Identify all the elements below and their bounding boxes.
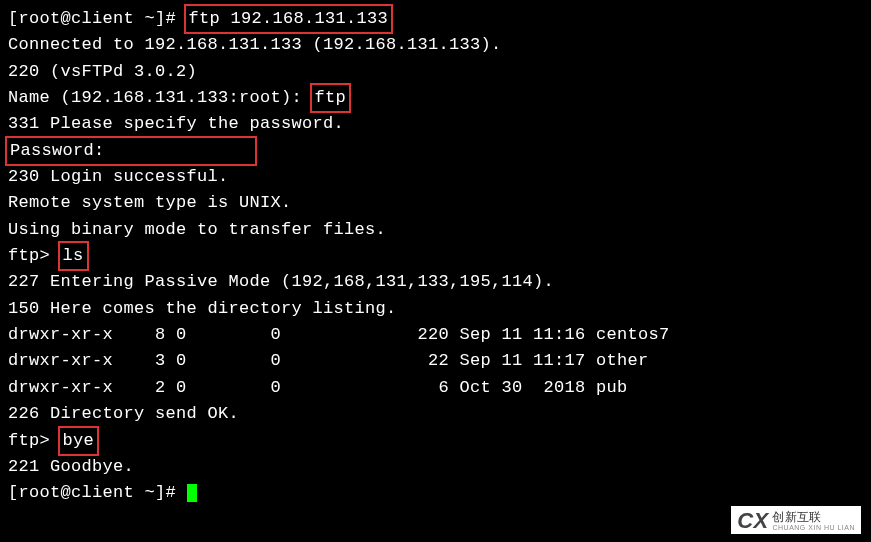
watermark-logo-icon: CX <box>737 510 768 532</box>
terminal-line: ftp> ls <box>8 243 863 269</box>
terminal-line: Password: <box>8 138 863 164</box>
password-prompt: Password: <box>5 136 257 166</box>
watermark-text: 创新互联 CHUANG XIN HU LIAN <box>772 511 855 532</box>
terminal-line: Remote system type is UNIX. <box>8 190 863 216</box>
terminal-line: [root@client ~]# <box>8 480 863 506</box>
terminal-line: 227 Entering Passive Mode (192,168,131,1… <box>8 269 863 295</box>
terminal-line: Connected to 192.168.131.133 (192.168.13… <box>8 32 863 58</box>
terminal-line: Using binary mode to transfer files. <box>8 217 863 243</box>
command-bye: bye <box>58 426 100 456</box>
watermark-pinyin: CHUANG XIN HU LIAN <box>772 524 855 532</box>
dir-listing-row: drwxr-xr-x 8 0 0 220 Sep 11 11:16 centos… <box>8 322 863 348</box>
shell-prompt: [root@client ~]# <box>8 9 187 28</box>
name-prompt: Name (192.168.131.133:root): <box>8 88 313 107</box>
ftp-prompt: ftp> <box>8 431 61 450</box>
dir-listing-row: drwxr-xr-x 3 0 0 22 Sep 11 11:17 other <box>8 348 863 374</box>
shell-prompt: [root@client ~]# <box>8 483 187 502</box>
command-ftp: ftp 192.168.131.133 <box>184 4 394 34</box>
terminal-line: 331 Please specify the password. <box>8 111 863 137</box>
command-ls: ls <box>58 241 89 271</box>
cursor-icon <box>187 484 197 502</box>
terminal-line: 220 (vsFTPd 3.0.2) <box>8 59 863 85</box>
terminal-line: 221 Goodbye. <box>8 454 863 480</box>
terminal-line: 150 Here comes the directory listing. <box>8 296 863 322</box>
terminal-line: 226 Directory send OK. <box>8 401 863 427</box>
terminal-line: Name (192.168.131.133:root): ftp <box>8 85 863 111</box>
terminal-line: [root@client ~]# ftp 192.168.131.133 <box>8 6 863 32</box>
terminal-line: ftp> bye <box>8 428 863 454</box>
terminal-line: 230 Login successful. <box>8 164 863 190</box>
ftp-username-input: ftp <box>310 83 352 113</box>
watermark-cn: 创新互联 <box>772 511 855 524</box>
dir-listing-row: drwxr-xr-x 2 0 0 6 Oct 30 2018 pub <box>8 375 863 401</box>
watermark: CX 创新互联 CHUANG XIN HU LIAN <box>731 506 861 534</box>
ftp-prompt: ftp> <box>8 246 61 265</box>
